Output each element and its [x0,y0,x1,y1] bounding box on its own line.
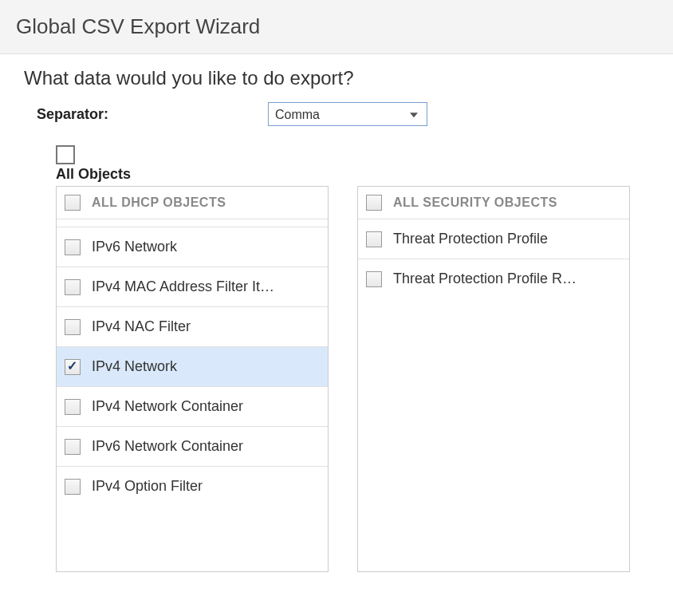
list-item[interactable]: IPv4 NAC Filter [57,307,328,347]
item-label: IPv4 MAC Address Filter It… [92,278,274,295]
all-objects-section: All Objects ALL DHCP OBJECTS IPv4 Fixed … [24,145,649,572]
security-list-header: ALL SECURITY OBJECTS [358,187,629,219]
separator-field: Separator: Comma [24,102,649,126]
dhcp-list-body[interactable]: IPv4 Fixed Address IPv6 Network IPv4 MAC… [57,219,328,571]
list-item[interactable]: IPv4 Network Container [57,387,328,427]
list-item[interactable]: Threat Protection Profile R… [358,259,629,298]
item-label: IPv6 Network [92,239,177,255]
dhcp-header-label: ALL DHCP OBJECTS [92,195,226,210]
item-checkbox[interactable] [65,479,81,495]
dialog-title: Global CSV Export Wizard [16,14,657,39]
item-checkbox[interactable] [65,439,81,455]
item-checkbox[interactable] [366,271,382,287]
all-objects-label: All Objects [56,166,649,183]
separator-select[interactable]: Comma [268,102,427,126]
list-item[interactable]: IPv4 Network [57,347,328,387]
dhcp-select-all-checkbox[interactable] [65,195,81,211]
item-checkbox[interactable] [65,359,81,375]
dhcp-list-scroll: IPv4 Fixed Address IPv6 Network IPv4 MAC… [57,219,328,506]
item-checkbox[interactable] [65,319,81,335]
item-checkbox[interactable] [65,279,81,295]
security-header-label: ALL SECURITY OBJECTS [393,195,557,210]
item-label: Threat Protection Profile R… [393,270,577,287]
security-select-all-checkbox[interactable] [366,195,382,211]
item-label: IPv4 NAC Filter [92,318,191,335]
list-item[interactable]: IPv4 Fixed Address [57,219,328,227]
separator-select-wrap: Comma [268,102,427,126]
item-checkbox[interactable] [65,239,81,255]
item-label: IPv6 Network Container [92,438,243,455]
item-label: IPv4 Option Filter [92,478,203,495]
item-checkbox[interactable] [65,399,81,415]
dhcp-objects-list: ALL DHCP OBJECTS IPv4 Fixed Address IPv6… [56,186,329,572]
list-item[interactable]: Threat Protection Profile [358,219,629,259]
all-objects-checkbox[interactable] [56,145,75,164]
separator-label: Separator: [37,106,268,123]
list-item[interactable]: IPv6 Network Container [57,427,328,467]
item-checkbox[interactable] [366,231,382,247]
item-label: IPv4 Network Container [92,398,243,415]
dialog-header: Global CSV Export Wizard [0,0,673,54]
security-objects-list: ALL SECURITY OBJECTS Threat Protection P… [357,186,630,572]
object-lists-row: ALL DHCP OBJECTS IPv4 Fixed Address IPv6… [56,186,649,572]
list-item[interactable]: IPv6 Network [57,227,328,267]
dhcp-list-header: ALL DHCP OBJECTS [57,187,328,219]
page-subtitle: What data would you like to do export? [24,67,649,89]
security-list-body[interactable]: Threat Protection Profile Threat Protect… [358,219,629,571]
item-label: IPv4 Network [92,358,177,375]
list-item[interactable]: IPv4 MAC Address Filter It… [57,267,328,307]
dialog-content: What data would you like to do export? S… [0,54,673,585]
item-label: Threat Protection Profile [393,231,548,247]
list-item[interactable]: IPv4 Option Filter [57,467,328,506]
